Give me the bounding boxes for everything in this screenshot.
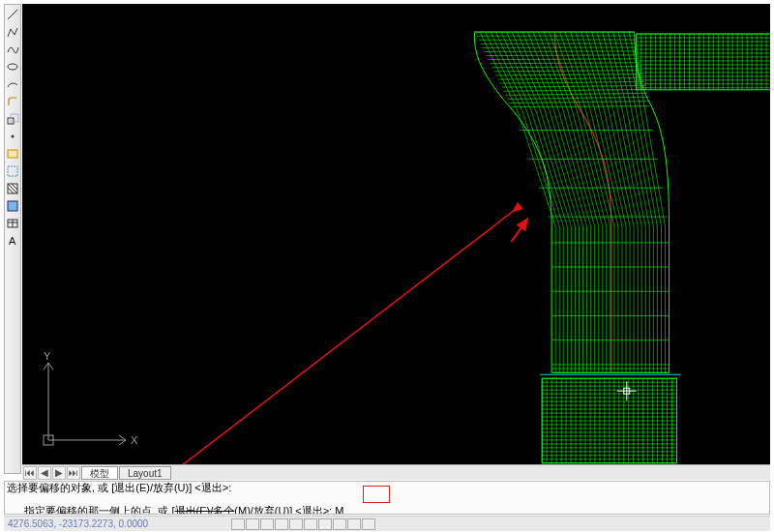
status-toggle[interactable] [275,518,288,530]
hatch-icon[interactable] [6,181,20,195]
status-toggle[interactable] [333,518,346,530]
svg-text:X: X [131,434,138,446]
model-viewport[interactable]: X Y [22,4,770,464]
status-toggle[interactable] [318,518,332,530]
svg-rect-6 [8,166,17,176]
status-toggle[interactable] [304,518,317,530]
command-window[interactable]: 选择要偏移的对象, 或 [退出(E)/放弃(U)] <退出>: 指定要偏移的那一… [4,481,770,515]
svg-line-121 [487,55,640,56]
point-icon[interactable] [6,129,20,143]
selectall-icon[interactable] [6,163,20,178]
scale-icon[interactable] [6,111,20,126]
cmd-user-input: M [335,505,343,515]
ucs-icon: X Y [34,348,140,455]
status-toggle-group [231,518,375,530]
annotation-highlight [363,486,390,503]
svg-line-120 [485,51,639,52]
status-toggle[interactable] [260,518,274,530]
draw-toolbar: A [4,4,21,474]
svg-text:A: A [9,235,16,247]
tab-layout1[interactable]: Layout1 [119,466,171,480]
svg-point-4 [12,134,15,137]
svg-point-1 [8,64,17,70]
svg-line-0 [8,10,17,19]
svg-rect-11 [8,201,17,211]
cmd-text-struck: 退出(E)/多个 [175,505,235,515]
tab-first-icon[interactable]: ⏮ [23,466,37,480]
rect-icon[interactable] [6,146,20,161]
line-icon[interactable] [6,7,20,21]
polyline-icon[interactable] [6,24,20,39]
svg-text:Y: Y [44,350,51,362]
svg-rect-70 [637,34,770,90]
status-toggle[interactable] [246,518,259,530]
status-toggle[interactable] [347,518,361,530]
tab-last-icon[interactable]: ⏭ [67,466,80,480]
ellipse-icon[interactable] [6,59,20,74]
coords-readout: 4276.5063, -23173.2273, 0.0000 [8,518,148,529]
status-toggle[interactable] [362,518,375,530]
table-icon[interactable] [6,216,20,230]
status-bar: 4276.5063, -23173.2273, 0.0000 [4,516,770,531]
status-toggle[interactable] [231,518,245,530]
layout-tab-bar: ⏮ ◀ ▶ ⏭ 模型 Layout1 [22,464,770,480]
tab-prev-icon[interactable]: ◀ [38,466,51,480]
fillet-icon[interactable] [6,94,20,108]
status-toggle[interactable] [289,518,303,530]
cmd-text: (M)/放弃(U)] <退出>: [234,505,332,515]
svg-rect-5 [8,150,17,158]
cmd-text: 指定要偏移的那一侧上的点, 或 [ [24,505,174,515]
arc-icon[interactable] [6,76,20,91]
fill-icon[interactable] [6,198,20,213]
text-a-icon[interactable]: A [6,233,20,248]
tab-next-icon[interactable]: ▶ [52,466,66,480]
tab-model[interactable]: 模型 [81,466,118,480]
spline-icon[interactable] [6,42,20,56]
